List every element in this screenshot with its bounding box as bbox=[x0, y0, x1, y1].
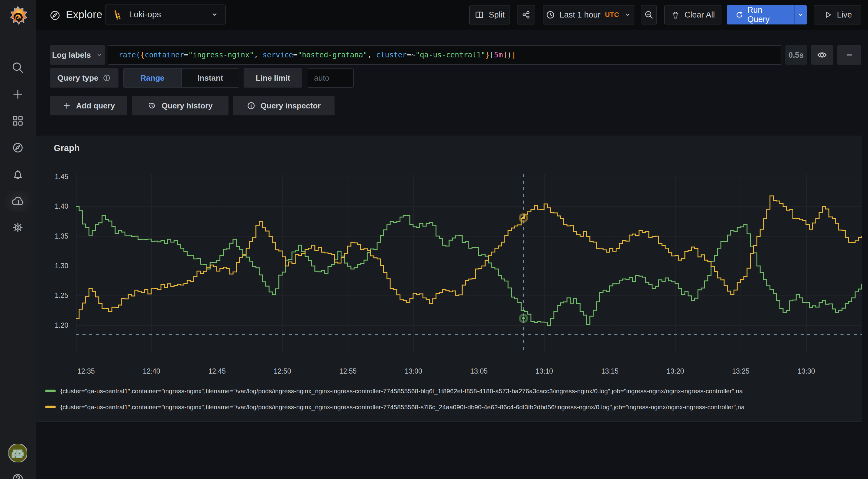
legend-item[interactable]: {cluster="qa-us-central1",container="ing… bbox=[45, 383, 858, 399]
graph-plot-area[interactable] bbox=[76, 174, 862, 352]
explore-compass-icon bbox=[49, 9, 61, 22]
sidebar-item-explore[interactable] bbox=[0, 137, 36, 158]
sidebar-item-cloud-alerts[interactable] bbox=[0, 191, 36, 212]
run-query-dropdown[interactable] bbox=[794, 5, 807, 25]
graph-legend: {cluster="qa-us-central1",container="ing… bbox=[45, 383, 858, 416]
x-axis-tick: 13:20 bbox=[667, 367, 684, 375]
y-axis-tick: 1.40 bbox=[55, 202, 68, 210]
x-axis-tick: 13:25 bbox=[732, 367, 749, 375]
log-labels-dropdown[interactable]: Log labels bbox=[50, 45, 105, 65]
toggle-visibility-button[interactable] bbox=[811, 45, 833, 65]
share-button[interactable] bbox=[517, 5, 535, 25]
run-query-button[interactable]: Run Query bbox=[727, 5, 807, 25]
add-query-button[interactable]: Add query bbox=[50, 96, 127, 115]
info-circle-icon[interactable] bbox=[102, 74, 111, 82]
gear-icon bbox=[11, 221, 25, 234]
expr-token: "ingress-nginx" bbox=[188, 51, 254, 59]
remove-query-button[interactable] bbox=[837, 45, 861, 65]
sidebar-item-configuration[interactable] bbox=[0, 217, 36, 238]
y-axis-tick: 1.25 bbox=[55, 292, 68, 300]
expr-token: cluster bbox=[376, 51, 407, 59]
sidebar-item-search[interactable] bbox=[0, 57, 36, 78]
compass-icon bbox=[11, 141, 25, 154]
clear-all-button[interactable]: Clear All bbox=[664, 5, 721, 25]
clock-icon bbox=[546, 10, 555, 20]
split-button[interactable]: Split bbox=[469, 5, 510, 25]
zoom-out-button[interactable] bbox=[641, 5, 657, 25]
sidebar-item-create[interactable] bbox=[0, 84, 36, 104]
query-type-range[interactable]: Range bbox=[124, 69, 181, 87]
query-inspector-button[interactable]: Query inspector bbox=[233, 96, 335, 115]
chevron-down-icon bbox=[623, 10, 632, 19]
legend-label: {cluster="qa-us-central1",container="ing… bbox=[60, 387, 743, 395]
expr-token: ] bbox=[503, 51, 507, 59]
grafana-explore-page: Explore Loki-ops Split bbox=[0, 0, 868, 479]
expr-token: [ bbox=[490, 51, 494, 59]
run-query-main[interactable]: Run Query bbox=[727, 5, 789, 25]
split-label: Split bbox=[489, 10, 505, 20]
x-axis-tick: 12:50 bbox=[274, 367, 291, 375]
graph-panel: Graph 1.201.251.301.351.401.45 12:3512:4… bbox=[36, 136, 862, 422]
grafana-logo[interactable] bbox=[0, 5, 36, 26]
x-axis-tick: 13:10 bbox=[535, 367, 553, 375]
add-query-label: Add query bbox=[76, 101, 115, 110]
x-axis-tick: 12:55 bbox=[339, 367, 357, 375]
query-type-instant[interactable]: Instant bbox=[181, 69, 239, 87]
datasource-label: Loki-ops bbox=[129, 10, 161, 19]
expr-token: | bbox=[512, 51, 516, 59]
query-type-label: Query type bbox=[57, 73, 98, 83]
y-axis-tick: 1.45 bbox=[55, 173, 68, 181]
page-title: Explore bbox=[66, 8, 102, 21]
datasource-picker[interactable]: Loki-ops bbox=[105, 4, 226, 25]
zoom-out-icon bbox=[644, 10, 654, 20]
sidebar-item-help[interactable] bbox=[0, 469, 36, 479]
x-axis-tick: 13:15 bbox=[601, 367, 619, 375]
graph-svg bbox=[76, 174, 862, 352]
run-query-label: Run Query bbox=[747, 5, 781, 24]
expr-token: "hosted-grafana" bbox=[298, 51, 367, 59]
sidebar-item-alerting[interactable] bbox=[0, 164, 36, 184]
line-limit-label: Line limit bbox=[256, 73, 290, 83]
expr-token: =~ bbox=[407, 51, 415, 59]
chevron-down-icon bbox=[210, 10, 219, 19]
plus-icon bbox=[62, 101, 71, 110]
legend-item[interactable]: {cluster="qa-us-central1",container="ing… bbox=[45, 399, 858, 415]
query-expression-input[interactable]: rate({container="ingress-nginx", service… bbox=[108, 45, 782, 65]
clear-all-label: Clear All bbox=[685, 10, 715, 20]
time-range-picker[interactable]: Last 1 hour UTC bbox=[543, 5, 634, 25]
expr-token: { bbox=[140, 51, 145, 59]
user-avatar[interactable] bbox=[0, 443, 36, 463]
time-range-label: Last 1 hour bbox=[560, 10, 600, 20]
query-duration-value: 0.5s bbox=[788, 50, 804, 60]
search-icon bbox=[11, 61, 25, 74]
x-axis-tick: 13:00 bbox=[405, 367, 422, 375]
play-icon bbox=[823, 10, 832, 19]
timezone-label: UTC bbox=[605, 11, 619, 19]
expr-token: "qa-us-central1" bbox=[415, 51, 485, 59]
sidebar bbox=[0, 0, 36, 479]
line-limit-label-chip: Line limit bbox=[244, 68, 302, 88]
chevron-down-icon bbox=[796, 10, 805, 19]
cloud-exclamation-icon bbox=[11, 195, 25, 208]
query-type-toggle: Range Instant bbox=[123, 68, 239, 88]
live-button[interactable]: Live bbox=[814, 5, 861, 25]
query-type-label-chip: Query type bbox=[50, 68, 119, 88]
expr-token: , bbox=[368, 51, 376, 59]
line-limit-input[interactable] bbox=[307, 68, 353, 88]
topbar: Explore Loki-ops Split bbox=[36, 0, 868, 30]
sidebar-item-dashboards[interactable] bbox=[0, 110, 36, 131]
plus-icon bbox=[11, 88, 25, 101]
info-circle-icon bbox=[247, 101, 256, 110]
expr-token: 5m bbox=[494, 51, 503, 59]
live-label: Live bbox=[837, 10, 852, 20]
expr-token: } bbox=[485, 51, 490, 59]
split-panes-icon bbox=[474, 10, 484, 20]
y-axis-tick: 1.30 bbox=[55, 262, 68, 270]
minus-icon bbox=[844, 50, 855, 60]
legend-swatch-yellow bbox=[45, 406, 56, 408]
x-axis-tick: 12:40 bbox=[143, 367, 160, 375]
x-axis-tick: 12:35 bbox=[78, 367, 95, 375]
trash-icon bbox=[671, 10, 680, 19]
query-history-button[interactable]: Query history bbox=[132, 96, 228, 115]
chevron-down-icon bbox=[95, 51, 103, 59]
